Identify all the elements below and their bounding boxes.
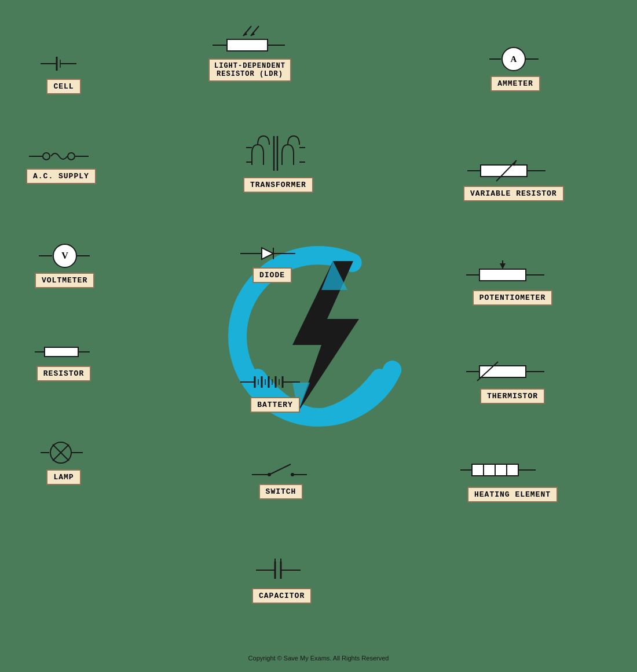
svg-text:A: A <box>511 54 517 64</box>
capacitor-symbol <box>253 556 311 585</box>
svg-rect-82 <box>472 464 484 476</box>
switch-group: SWITCH <box>249 457 313 500</box>
thermistor-group: THERMISTOR <box>463 359 562 404</box>
capacitor-label: CAPACITOR <box>252 588 312 604</box>
ac-supply-group: A.C. SUPPLY <box>26 148 96 184</box>
ldr-label: LIGHT-DEPENDENTRESISTOR (LDR) <box>208 58 291 82</box>
svg-rect-85 <box>507 464 518 476</box>
svg-rect-83 <box>484 464 495 476</box>
svg-marker-38 <box>262 248 273 259</box>
ac-supply-label: A.C. SUPPLY <box>26 168 96 184</box>
copyright-text: Copyright © Save My Exams. All Rights Re… <box>248 655 389 662</box>
svg-marker-76 <box>500 263 506 269</box>
voltmeter-group: V VOLTMETER <box>35 243 94 288</box>
svg-rect-73 <box>479 269 526 281</box>
transformer-label: TRANSFORMER <box>243 177 313 193</box>
variable-resistor-label: VARIABLE RESISTOR <box>463 186 564 201</box>
heating-element-symbol <box>457 457 568 483</box>
heating-element-label: HEATING ELEMENT <box>467 487 558 502</box>
transformer-symbol <box>243 133 313 174</box>
ammeter-symbol: A <box>486 46 544 72</box>
thermistor-symbol <box>463 359 562 385</box>
voltmeter-label: VOLTMETER <box>35 273 94 288</box>
lamp-symbol <box>38 440 90 466</box>
diode-group: DIODE <box>237 243 307 283</box>
resistor-symbol <box>32 341 96 362</box>
diode-symbol <box>237 243 307 264</box>
transformer-group: TRANSFORMER <box>243 133 313 193</box>
lamp-group: LAMP <box>38 440 90 485</box>
variable-resistor-symbol <box>464 153 563 182</box>
voltmeter-symbol: V <box>36 243 94 269</box>
lamp-label: LAMP <box>46 469 80 485</box>
svg-line-54 <box>269 464 291 475</box>
resistor-label: RESISTOR <box>36 366 91 381</box>
switch-symbol <box>249 457 313 480</box>
cell-group: CELL <box>35 52 93 94</box>
potentiometer-symbol <box>463 258 562 287</box>
potentiometer-label: POTENTIOMETER <box>473 290 552 306</box>
capacitor-group: CAPACITOR <box>252 556 312 604</box>
diode-label: DIODE <box>252 267 292 283</box>
svg-point-10 <box>68 153 75 160</box>
ammeter-label: AMMETER <box>490 76 540 91</box>
ammeter-group: A AMMETER <box>486 46 544 91</box>
svg-point-9 <box>43 153 50 160</box>
svg-rect-84 <box>495 464 507 476</box>
battery-group: BATTERY <box>237 370 313 413</box>
heating-element-group: HEATING ELEMENT <box>457 457 568 502</box>
switch-label: SWITCH <box>259 484 303 500</box>
potentiometer-group: POTENTIOMETER <box>463 258 562 306</box>
variable-resistor-group: VARIABLE RESISTOR <box>463 153 564 201</box>
cell-symbol <box>35 52 93 75</box>
battery-label: BATTERY <box>250 397 300 413</box>
svg-rect-29 <box>227 39 268 51</box>
ac-supply-symbol <box>26 148 96 165</box>
ldr-symbol <box>210 23 291 55</box>
battery-symbol <box>237 370 313 394</box>
thermistor-label: THERMISTOR <box>480 388 545 404</box>
svg-text:V: V <box>61 251 68 260</box>
ldr-group: LIGHT-DEPENDENTRESISTOR (LDR) <box>208 23 291 82</box>
svg-rect-68 <box>481 165 527 177</box>
svg-rect-17 <box>45 347 78 357</box>
cell-label: CELL <box>46 79 80 94</box>
resistor-group: RESISTOR <box>32 341 96 381</box>
